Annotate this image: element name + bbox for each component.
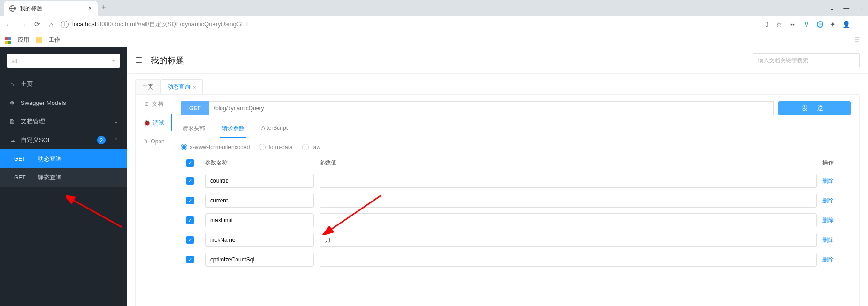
window-controls: ⌄ ― □	[823, 0, 868, 16]
app-root: all ⌂ 主页 ❖ Swagger Models 🗎 文档管理 ⌄ ☁ 自定义…	[0, 47, 868, 306]
sidebar-item-home[interactable]: ⌂ 主页	[0, 75, 127, 93]
row-checkbox[interactable]	[186, 177, 194, 185]
maximize-icon[interactable]: □	[858, 5, 861, 12]
new-tab-button[interactable]: +	[101, 3, 107, 14]
param-value-input[interactable]	[320, 174, 817, 188]
extension-circle-icon[interactable]	[817, 21, 823, 28]
apps-icon[interactable]	[5, 37, 11, 44]
close-icon[interactable]: ×	[88, 5, 92, 12]
sidebar-item-label: 主页	[21, 80, 33, 88]
tab-dynamic-query[interactable]: 动态查询 ×	[160, 79, 203, 94]
param-name-input[interactable]	[205, 174, 314, 188]
row-checkbox[interactable]	[186, 216, 194, 224]
tabs-row: 主页 动态查询 ×	[127, 79, 868, 94]
top-bar: ☰ 我的标题	[127, 47, 868, 74]
delete-link[interactable]: 删除	[822, 237, 834, 243]
send-button[interactable]: 发 送	[778, 101, 851, 115]
radio-formdata[interactable]: form-data	[259, 144, 292, 150]
home-icon: ⌂	[8, 81, 16, 88]
browser-chrome: 我的标题 × + ⌄ ― □ ← → ⟳ ⌂ i localhost:8080/…	[0, 0, 868, 47]
inner-tab-headers[interactable]: 请求头部	[181, 122, 207, 138]
delete-link[interactable]: 删除	[822, 197, 834, 204]
radio-urlencoded[interactable]: x-www-form-urlencoded	[181, 144, 250, 150]
checkbox-all[interactable]	[186, 159, 194, 167]
back-button[interactable]: ←	[5, 21, 13, 29]
models-icon: ❖	[8, 99, 16, 106]
address-bar[interactable]: i localhost:8080/doc.html#/all/自定义SQL/dy…	[61, 20, 758, 29]
param-name-input[interactable]	[205, 194, 314, 208]
reload-button[interactable]: ⟳	[33, 20, 41, 29]
delete-link[interactable]: 删除	[822, 178, 834, 184]
sidebar-item-custom-sql[interactable]: ☁ 自定义SQL 2 ⌃	[0, 131, 127, 149]
browser-tab[interactable]: 我的标题 ×	[4, 1, 98, 16]
http-method-badge: GET	[181, 101, 209, 115]
page-title: 我的标题	[151, 55, 184, 66]
col-header-value: 参数值	[320, 159, 817, 167]
apps-label[interactable]: 应用	[18, 36, 29, 44]
request-row: GET 发 送	[181, 101, 851, 115]
minimize-icon[interactable]: ―	[843, 5, 849, 12]
sidebar-subitem-dynamic-query[interactable]: GET 动态查询	[0, 149, 127, 168]
folder-icon[interactable]	[36, 37, 42, 43]
param-value-input[interactable]	[320, 213, 817, 227]
col-header-action: 操作	[822, 159, 851, 167]
subtab-label: 调试	[153, 119, 164, 127]
sidebar-item-label: 自定义SQL	[21, 136, 51, 144]
sidebar-item-doc-manage[interactable]: 🗎 文档管理 ⌄	[0, 112, 127, 131]
subtab-open[interactable]: 🗋 Open	[136, 132, 172, 151]
reading-list-icon[interactable]: ☰	[854, 37, 863, 44]
subtab-debug[interactable]: 🐞 调试	[136, 113, 172, 132]
radio-raw[interactable]: raw	[302, 144, 320, 150]
table-header: 参数名称 参数值 操作	[181, 155, 851, 171]
main-panel: ☰ 我的标题 主页 动态查询 × 🗎 文档 🐞	[127, 47, 868, 306]
menu-icon[interactable]: ⋮	[857, 21, 863, 28]
sidebar-toggle-icon[interactable]: ☰	[135, 55, 142, 65]
delete-link[interactable]: 删除	[822, 256, 834, 263]
extensions-puzzle-icon[interactable]: ✦	[830, 21, 836, 28]
open-icon: 🗋	[143, 138, 148, 145]
sidebar-subitem-label: 动态查询	[38, 155, 62, 163]
bookmark-star-icon[interactable]: ☆	[776, 21, 782, 28]
tab-home[interactable]: 主页	[135, 79, 160, 94]
profile-avatar-icon[interactable]: 👤	[842, 21, 850, 28]
row-checkbox[interactable]	[186, 197, 194, 204]
chevron-up-icon: ⌃	[114, 137, 118, 143]
row-checkbox[interactable]	[186, 236, 194, 244]
sidebar-subitem-label: 静态查询	[38, 173, 62, 182]
params-table: 参数名称 参数值 操作 删除删除删除删除删除	[181, 155, 851, 269]
row-checkbox[interactable]	[186, 256, 194, 263]
close-icon[interactable]: ×	[193, 84, 196, 90]
subtab-label: Open	[151, 138, 164, 145]
vue-devtools-icon[interactable]: V	[803, 21, 810, 28]
tab-body: 🗎 文档 🐞 调试 🗋 Open GET 发 送	[135, 94, 860, 306]
param-value-input[interactable]	[320, 253, 817, 267]
chevron-down-icon[interactable]: ⌄	[830, 5, 835, 12]
share-icon[interactable]: ⇧	[764, 21, 769, 28]
sidebar-item-swagger-models[interactable]: ❖ Swagger Models	[0, 93, 127, 112]
param-value-input[interactable]	[320, 233, 817, 247]
param-name-input[interactable]	[205, 253, 314, 267]
info-icon[interactable]: i	[61, 21, 69, 28]
request-url-input[interactable]	[209, 101, 774, 115]
sidebar-subitem-static-query[interactable]: GET 静态查询	[0, 168, 127, 187]
tab-strip: 我的标题 × + ⌄ ― □	[0, 0, 868, 16]
table-row: 删除	[181, 191, 851, 210]
extension-icon[interactable]: ▪▪	[789, 21, 796, 28]
inner-tab-afterscript[interactable]: AfterScript	[259, 122, 289, 138]
delete-link[interactable]: 删除	[822, 217, 834, 224]
http-method: GET	[14, 156, 29, 162]
group-dropdown[interactable]: all	[7, 54, 120, 68]
sidebar-item-label: Swagger Models	[21, 99, 66, 106]
sidebar-item-label: 文档管理	[21, 117, 45, 126]
content-panel: GET 发 送 请求头部 请求参数 AfterScript x-www-form…	[172, 95, 859, 306]
bug-icon: 🐞	[144, 119, 151, 126]
param-value-input[interactable]	[320, 194, 817, 208]
param-name-input[interactable]	[205, 213, 314, 227]
subtab-doc[interactable]: 🗎 文档	[136, 95, 172, 113]
forward-button[interactable]: →	[19, 21, 27, 29]
search-input[interactable]	[753, 53, 860, 67]
inner-tab-params[interactable]: 请求参数	[220, 122, 246, 138]
home-button[interactable]: ⌂	[47, 21, 55, 29]
param-name-input[interactable]	[205, 233, 314, 247]
bookmark-work[interactable]: 工作	[49, 36, 60, 44]
